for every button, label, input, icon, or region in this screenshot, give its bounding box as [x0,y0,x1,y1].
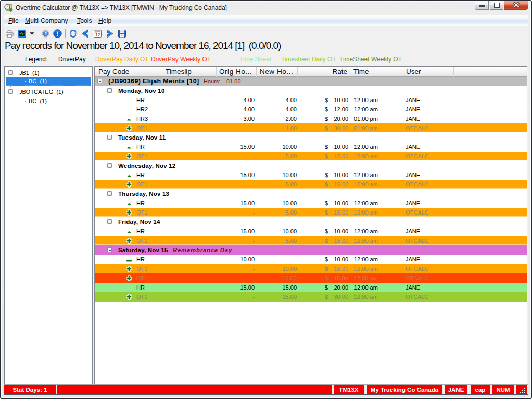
svg-text:12: 12 [95,32,100,38]
svg-text:?: ? [44,31,47,36]
svg-text:!: ! [57,31,59,37]
